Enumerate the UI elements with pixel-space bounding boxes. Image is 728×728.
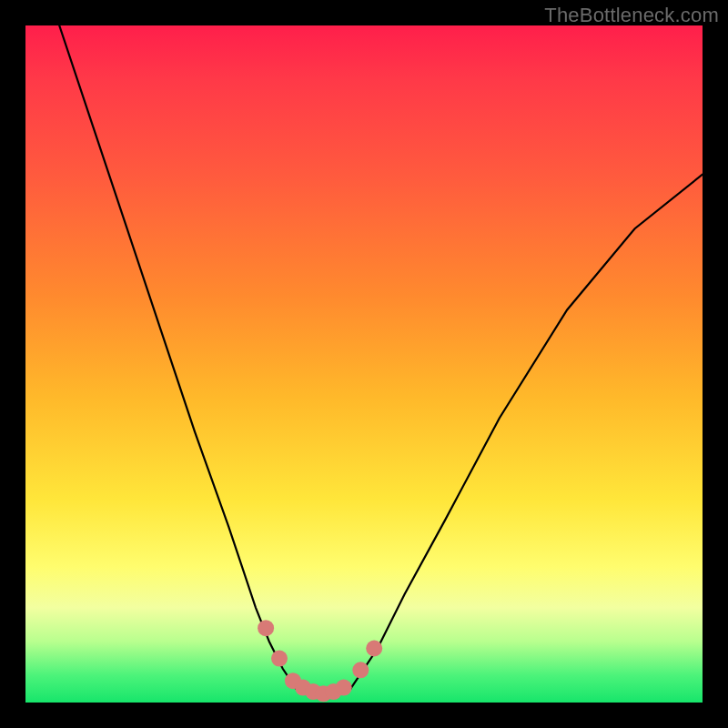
plot-area	[25, 25, 703, 703]
chart-frame: TheBottleneck.com	[0, 0, 728, 728]
marker-c6	[336, 680, 352, 696]
watermark-text: TheBottleneck.com	[544, 4, 719, 27]
curve-layer	[25, 25, 703, 703]
marker-left-lower	[271, 651, 288, 667]
marker-right-lower	[352, 662, 369, 678]
series-right-curve	[350, 175, 703, 689]
marker-right-upper	[366, 641, 382, 657]
series-left-curve	[59, 25, 296, 689]
marker-left-upper	[258, 620, 274, 636]
